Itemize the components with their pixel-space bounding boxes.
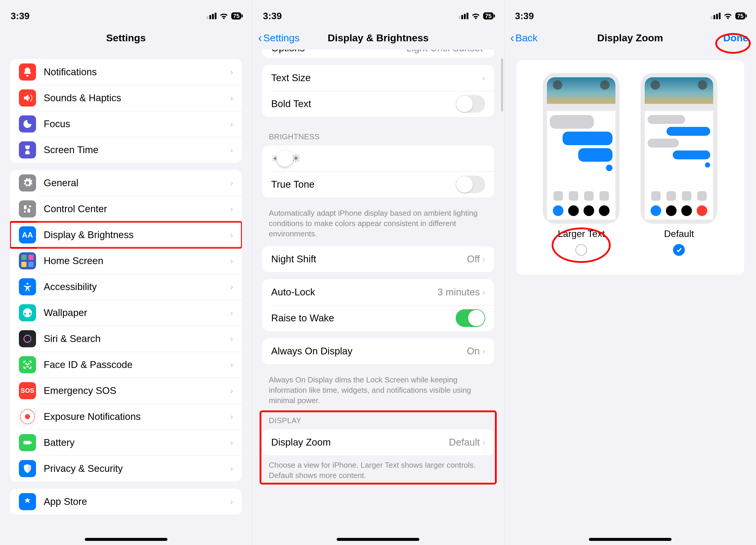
settings-row-display[interactable]: AADisplay & Brightness› (10, 222, 242, 248)
display-brightness-scroll[interactable]: Options Light Until Sunset Text Size › B… (252, 50, 504, 545)
row-label: Display & Brightness (44, 229, 230, 241)
settings-row-accessibility[interactable]: Accessibility› (10, 274, 242, 300)
night-shift-row[interactable]: Night Shift Off › (262, 246, 494, 272)
display-zoom-row[interactable]: Display Zoom Default › (262, 429, 494, 455)
appearance-options-row[interactable]: Options Light Until Sunset (262, 50, 494, 58)
night-shift-group: Night Shift Off › (262, 246, 494, 272)
row-label: Notifications (44, 66, 230, 78)
svg-point-3 (26, 363, 27, 364)
chevron-right-icon: › (482, 73, 485, 83)
chevron-right-icon: › (230, 308, 233, 318)
options-value: Light Until Sunset (406, 50, 483, 54)
auto-lock-row[interactable]: Auto-Lock 3 minutes › (262, 279, 494, 305)
always-on-value: On (467, 345, 480, 357)
true-tone-row[interactable]: True Tone (262, 172, 494, 198)
back-button[interactable]: ‹Settings (258, 31, 299, 45)
brightness-header: BRIGHTNESS (252, 124, 504, 144)
display-icon: AA (19, 226, 36, 244)
always-on-row[interactable]: Always On Display On › (262, 338, 494, 364)
accessibility-icon (19, 278, 36, 295)
general-icon (19, 174, 36, 192)
settings-group: App Store› (10, 489, 242, 515)
screentime-icon (19, 141, 36, 159)
text-size-row[interactable]: Text Size › (262, 65, 494, 91)
row-label: Siri & Search (44, 333, 230, 344)
settings-row-focus[interactable]: Focus› (10, 111, 242, 137)
preview-default[interactable] (641, 73, 717, 224)
chevron-right-icon: › (482, 346, 485, 356)
options-label: Options (271, 50, 406, 54)
settings-row-home[interactable]: Home Screen› (10, 248, 242, 274)
chevron-right-icon: › (230, 67, 233, 77)
camera-icon (698, 80, 707, 90)
chevron-right-icon: › (230, 230, 233, 240)
home-indicator[interactable] (589, 538, 672, 541)
camera-icon (600, 80, 610, 90)
settings-row-screentime[interactable]: Screen Time› (10, 137, 242, 163)
status-time: 3:39 (11, 11, 30, 22)
settings-row-sos[interactable]: SOSEmergency SOS› (10, 378, 242, 404)
done-button[interactable]: Done (723, 32, 748, 44)
notifications-icon (19, 63, 36, 81)
status-bar: 3:39 75 (0, 0, 252, 26)
scrollbar[interactable] (501, 58, 503, 112)
faceid-icon (19, 356, 36, 373)
settings-row-battery[interactable]: Battery› (10, 430, 242, 456)
true-tone-toggle[interactable] (456, 176, 485, 193)
settings-row-siri[interactable]: Siri & Search› (10, 326, 242, 352)
page-title: Display Zoom (597, 32, 663, 44)
row-label: Privacy & Security (44, 463, 230, 474)
bold-text-toggle[interactable] (456, 95, 485, 113)
default-radio[interactable] (673, 244, 685, 256)
chevron-right-icon: › (482, 254, 485, 264)
bold-text-row[interactable]: Bold Text (262, 91, 494, 117)
row-label: Wallpaper (44, 307, 230, 318)
settings-row-controlcenter[interactable]: Control Center› (10, 196, 242, 222)
controlcenter-icon (19, 200, 36, 218)
night-shift-label: Night Shift (271, 254, 467, 265)
chevron-right-icon: › (230, 178, 233, 188)
auto-lock-value: 3 minutes (438, 286, 480, 298)
home-indicator[interactable] (85, 538, 167, 541)
row-label: Control Center (44, 203, 230, 215)
back-label: Back (515, 32, 538, 44)
display-zoom-pane: 3:39 75 ‹Back Display Zoom Done (504, 0, 756, 545)
bold-text-label: Bold Text (271, 98, 455, 110)
settings-row-exposure[interactable]: Exposure Notifications› (10, 404, 242, 430)
wifi-icon (219, 12, 228, 19)
settings-row-appstore[interactable]: App Store› (10, 489, 242, 515)
sounds-icon (19, 89, 36, 107)
back-button[interactable]: ‹Back (510, 31, 538, 45)
chevron-right-icon: › (230, 360, 233, 370)
settings-row-general[interactable]: General› (10, 170, 242, 196)
row-label: Exposure Notifications (44, 411, 230, 422)
settings-row-sounds[interactable]: Sounds & Haptics› (10, 85, 242, 111)
page-title: Display & Brightness (328, 32, 429, 44)
raise-to-wake-label: Raise to Wake (271, 312, 455, 324)
wifi-icon (724, 12, 732, 19)
settings-scroll[interactable]: Notifications›Sounds & Haptics›Focus›Scr… (0, 50, 252, 545)
status-bar: 3:39 75 (252, 0, 504, 26)
settings-row-privacy[interactable]: Privacy & Security› (10, 456, 242, 482)
chevron-right-icon: › (230, 438, 233, 448)
nav-header: ‹Back Display Zoom Done (504, 26, 756, 50)
svg-point-0 (27, 283, 28, 285)
chevron-right-icon: › (230, 497, 233, 507)
raise-to-wake-row[interactable]: Raise to Wake (262, 305, 494, 331)
settings-row-wallpaper[interactable]: Wallpaper› (10, 300, 242, 326)
raise-to-wake-toggle[interactable] (456, 309, 485, 327)
home-indicator[interactable] (337, 538, 419, 541)
chevron-right-icon: › (230, 119, 233, 129)
focus-icon (19, 115, 36, 133)
always-on-footer: Always On Display dims the Lock Screen w… (252, 371, 504, 406)
battery-indicator: 75 (231, 12, 241, 19)
settings-row-notifications[interactable]: Notifications› (10, 59, 242, 85)
brightness-slider-row[interactable]: ☀︎ ☀︎ (262, 146, 494, 172)
larger-text-radio[interactable] (575, 244, 587, 256)
preview-larger-text[interactable] (543, 73, 620, 224)
text-group: Text Size › Bold Text (262, 65, 494, 117)
cellular-signal-icon (207, 13, 216, 19)
text-size-label: Text Size (271, 72, 482, 84)
settings-row-faceid[interactable]: Face ID & Passcode› (10, 352, 242, 378)
battery-indicator: 75 (735, 12, 745, 19)
